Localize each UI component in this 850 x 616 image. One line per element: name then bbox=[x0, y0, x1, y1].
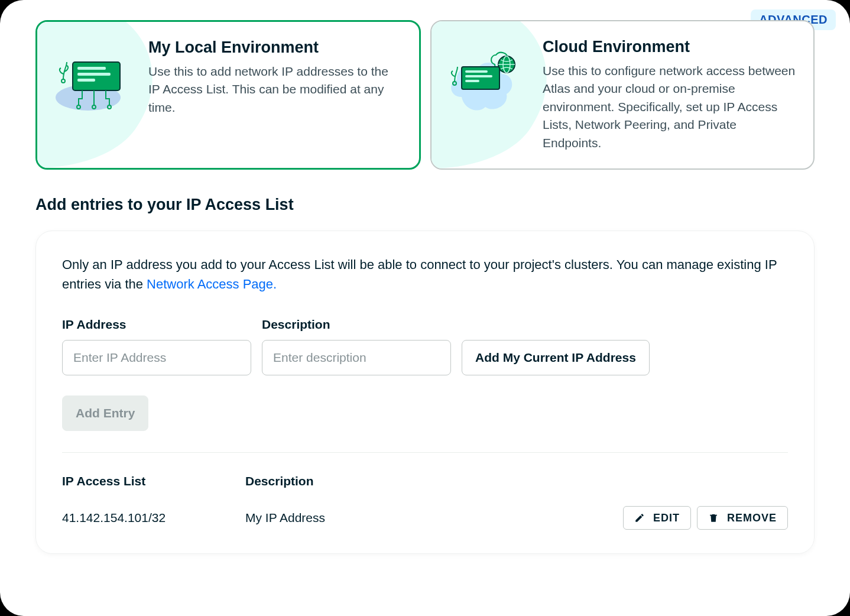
page-container: ADVANCED bbox=[0, 0, 850, 616]
svg-rect-2 bbox=[73, 62, 120, 90]
svg-rect-5 bbox=[77, 73, 111, 76]
local-env-icon bbox=[47, 38, 135, 121]
local-environment-card[interactable]: My Local Environment Use this to add net… bbox=[35, 20, 421, 170]
network-access-link[interactable]: Network Access Page. bbox=[147, 277, 277, 291]
cloud-card-title: Cloud Environment bbox=[543, 38, 797, 56]
local-card-desc: Use this to add network IP addresses to … bbox=[148, 63, 403, 116]
cloud-env-icon bbox=[441, 38, 530, 121]
remove-button[interactable]: REMOVE bbox=[697, 506, 788, 530]
list-header-ip: IP Access List bbox=[62, 474, 245, 488]
svg-rect-18 bbox=[465, 80, 479, 82]
ip-form-row: IP Address Description Add My Current IP… bbox=[62, 317, 788, 375]
svg-rect-16 bbox=[465, 70, 488, 73]
add-entry-button[interactable]: Add Entry bbox=[62, 395, 148, 431]
list-headers: IP Access List Description bbox=[62, 474, 788, 488]
divider bbox=[62, 452, 788, 453]
edit-button[interactable]: EDIT bbox=[623, 506, 691, 530]
description-input[interactable] bbox=[262, 340, 451, 375]
description-field: Description bbox=[262, 317, 451, 375]
section-title: Add entries to your IP Access List bbox=[35, 196, 815, 214]
svg-rect-17 bbox=[465, 75, 492, 77]
svg-rect-6 bbox=[77, 79, 95, 82]
ip-field: IP Address bbox=[62, 317, 251, 375]
svg-point-0 bbox=[61, 79, 65, 83]
description-label: Description bbox=[262, 317, 451, 332]
cloud-card-desc: Use this to configure network access bet… bbox=[543, 62, 797, 152]
list-header-desc: Description bbox=[245, 474, 314, 488]
ip-desc-value: My IP Address bbox=[245, 511, 623, 525]
panel-intro: Only an IP address you add to your Acces… bbox=[62, 255, 788, 294]
ip-access-panel: Only an IP address you add to your Acces… bbox=[35, 231, 815, 554]
cloud-environment-card[interactable]: Cloud Environment Use this to configure … bbox=[430, 20, 815, 170]
ip-value: 41.142.154.101/32 bbox=[62, 511, 245, 525]
svg-rect-4 bbox=[77, 67, 106, 70]
edit-icon bbox=[634, 513, 645, 523]
environment-cards: My Local Environment Use this to add net… bbox=[35, 20, 815, 170]
ip-list-row: 41.142.154.101/32 My IP Address EDIT REM… bbox=[62, 506, 788, 530]
add-current-ip-button[interactable]: Add My Current IP Address bbox=[462, 340, 650, 375]
row-actions: EDIT REMOVE bbox=[623, 506, 788, 530]
ip-label: IP Address bbox=[62, 317, 251, 332]
svg-rect-14 bbox=[462, 67, 499, 89]
trash-icon bbox=[708, 513, 719, 523]
edit-label: EDIT bbox=[653, 512, 680, 524]
remove-label: REMOVE bbox=[727, 512, 777, 524]
ip-input[interactable] bbox=[62, 340, 251, 375]
local-card-title: My Local Environment bbox=[148, 38, 403, 57]
